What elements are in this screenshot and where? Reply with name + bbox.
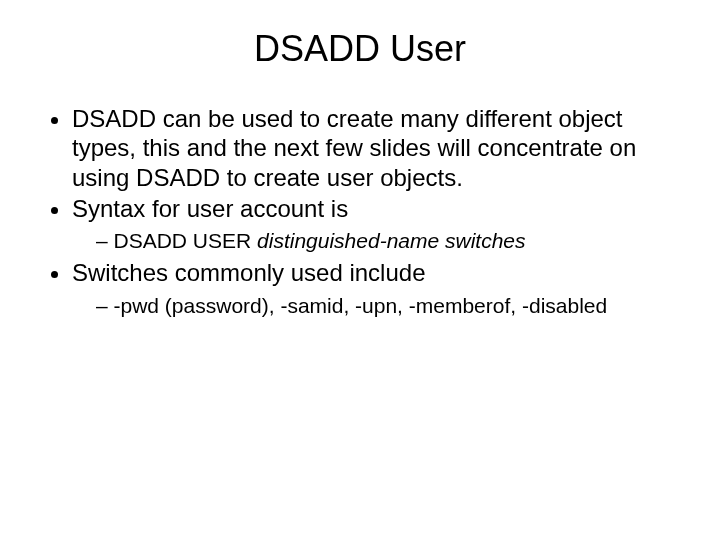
sub-bullet-text: -pwd (password), -samid, -upn, -memberof… [114,294,608,317]
sub-bullet-item: DSADD USER distinguished-name switches [96,227,690,254]
sub-bullet-list: -pwd (password), -samid, -upn, -memberof… [72,292,690,319]
bullet-item: Syntax for user account is DSADD USER di… [72,194,690,255]
slide-title: DSADD User [30,28,690,70]
sub-bullet-item: -pwd (password), -samid, -upn, -memberof… [96,292,690,319]
bullet-text: Switches commonly used include [72,259,426,286]
bullet-text: Syntax for user account is [72,195,348,222]
bullet-list: DSADD can be used to create many differe… [30,104,690,319]
bullet-item: Switches commonly used include -pwd (pas… [72,258,690,319]
sub-bullet-list: DSADD USER distinguished-name switches [72,227,690,254]
sub-bullet-text-prefix: DSADD USER [114,229,258,252]
bullet-text: DSADD can be used to create many differe… [72,105,636,191]
sub-bullet-text-italic: distinguished-name switches [257,229,525,252]
bullet-item: DSADD can be used to create many differe… [72,104,690,192]
slide: DSADD User DSADD can be used to create m… [0,0,720,540]
